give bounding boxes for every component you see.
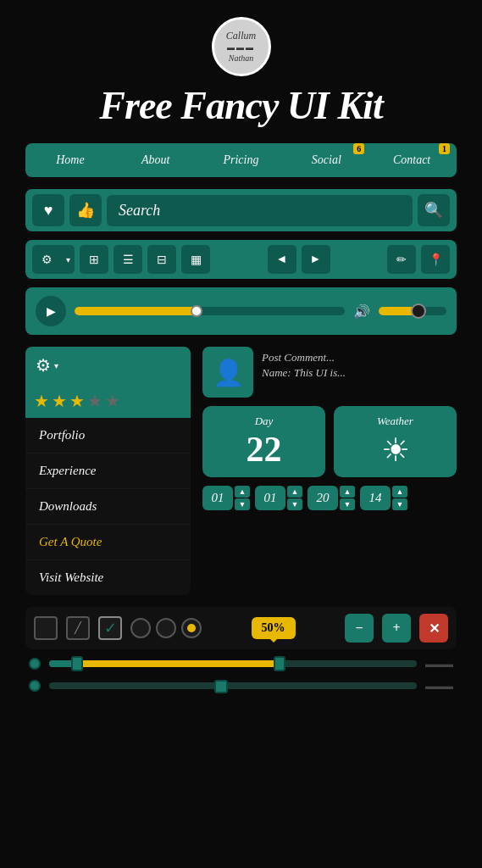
weather-label: Weather [377,415,413,428]
page-title: Free Fancy UI Kit [99,83,382,128]
play-button[interactable]: ▶ [36,296,66,326]
avatar: 👤 [202,347,253,398]
slider-1-thumb-right[interactable] [274,656,285,671]
grid-button[interactable]: ⊞ [80,245,108,274]
prev-button[interactable]: ◄ [268,245,296,274]
left-panel: ⚙ ▾ ★ ★ ★ ★ ★ Portfolio Experience Downl… [25,347,191,595]
slider-row-1: ▬▬▬ [29,658,453,670]
nav-item-pricing[interactable]: Pricing [200,147,283,174]
list-button[interactable]: ☰ [114,245,142,274]
right-panel: 👤 Post Comment... Name: This UI is... Da… [202,347,457,595]
logo-text: Callum ▬▬▬ Nathan [226,30,256,64]
checkbox-unchecked[interactable] [34,616,58,640]
thumbsup-button[interactable]: 👍 [69,194,102,226]
radio-empty-1[interactable] [130,618,151,638]
volume-icon[interactable]: 🔊 [353,303,370,320]
hour-arrows: ▲ ▼ [235,486,250,510]
star-5[interactable]: ★ [105,391,120,411]
star-3[interactable]: ★ [69,391,85,411]
social-badge: 6 [353,143,364,154]
minus-button[interactable]: − [345,614,374,643]
volume-fill [379,307,416,315]
radio-empty-2[interactable] [156,618,176,638]
slider-1-track[interactable] [49,660,417,667]
hour-display: 01 [202,486,233,510]
sun-icon: ☀ [381,431,410,469]
slider-2-end-label: ▬▬▬ [425,681,453,691]
minute-up[interactable]: ▲ [287,486,302,498]
gear-button[interactable]: ⚙ [32,245,61,274]
slider-2-dot [29,680,41,692]
day-card: Day 22 [202,406,325,477]
edit-button[interactable]: ✏ [387,245,416,274]
plus-button[interactable]: + [382,614,411,643]
location-button[interactable]: 📍 [421,245,450,274]
time-day: 14 ▲ ▼ [360,486,407,510]
search-icon-button[interactable]: 🔍 [418,194,450,226]
menu-item-visit[interactable]: Visit Website [25,560,191,595]
checkbox-checked[interactable]: ✓ [98,616,122,640]
columns-button[interactable]: ⊟ [147,245,176,274]
slider-1-thumb-left[interactable] [71,656,83,671]
slider-2-track[interactable] [49,682,417,689]
media-player: ▶ 🔊 [25,287,457,335]
menu-item-downloads[interactable]: Downloads [25,489,191,525]
year-arrows: ▲ ▼ [340,486,355,510]
time-year: 20 ▲ ▼ [307,486,355,510]
day-up[interactable]: ▲ [392,486,407,498]
star-4[interactable]: ★ [87,391,102,411]
minute-down[interactable]: ▼ [287,498,302,510]
menu-header: ⚙ ▾ [25,347,191,384]
day-display: 14 [360,486,391,510]
contact-badge: 1 [439,143,450,154]
hour-up[interactable]: ▲ [235,486,250,498]
user-icon: 👤 [213,358,244,387]
toolbar: ⚙ ▾ ⊞ ☰ ⊟ ▦ ◄ ► ✏ 📍 [25,240,457,279]
slider-2-thumb[interactable] [214,680,228,693]
comment-row: 👤 Post Comment... Name: This UI is... [202,347,457,398]
menu-item-quote[interactable]: Get A Quote [25,525,191,560]
menu-item-experience[interactable]: Experience [25,453,191,489]
next-button[interactable]: ► [302,245,330,274]
year-down[interactable]: ▼ [340,498,355,510]
slider-1-dot [29,658,41,670]
cards-row: Day 22 Weather ☀ [202,406,457,477]
nav-item-social[interactable]: Social 6 [285,147,368,174]
search-bar: ♥ 👍 🔍 [25,189,457,231]
menu-items: Portfolio Experience Downloads Get A Quo… [25,418,191,595]
time-minute: 01 ▲ ▼ [255,486,302,510]
checkbox-edit[interactable]: ╱ [66,616,90,640]
day-down[interactable]: ▼ [392,498,407,510]
checkmark-icon: ✓ [104,619,117,637]
menu-dropdown-arrow[interactable]: ▾ [54,361,58,370]
star-2[interactable]: ★ [52,391,67,411]
slider-1-fill-yellow [79,660,281,667]
year-up[interactable]: ▲ [340,486,355,498]
bottom-section: ⚙ ▾ ★ ★ ★ ★ ★ Portfolio Experience Downl… [25,347,457,595]
nav-item-contact[interactable]: Contact 1 [370,147,453,174]
menu-item-portfolio[interactable]: Portfolio [25,418,191,453]
volume-track[interactable] [379,307,446,315]
sliders-section: ▬▬▬ ▬▬▬ [25,658,457,692]
nav-item-about[interactable]: About [114,147,197,174]
radio-selected[interactable] [181,618,202,638]
volume-thumb[interactable] [411,303,426,319]
nav-item-home[interactable]: Home [29,147,112,174]
progress-fill [75,307,197,315]
radio-group [130,618,202,638]
close-button[interactable]: ✕ [419,614,448,643]
gear-dropdown-arrow[interactable]: ▾ [61,245,75,274]
radio-dot [187,624,196,632]
progress-thumb[interactable] [191,305,202,317]
search-input[interactable] [107,195,413,226]
day-label: Day [255,415,274,428]
time-row: 01 ▲ ▼ 01 ▲ ▼ 20 ▲ ▼ [202,486,457,510]
progress-track[interactable] [75,307,345,315]
film-button[interactable]: ▦ [181,245,210,274]
hour-down[interactable]: ▼ [235,498,250,510]
controls-row: ╱ ✓ 50% − + ✕ [25,607,457,649]
minute-arrows: ▲ ▼ [287,486,302,510]
day-arrows: ▲ ▼ [392,486,407,510]
star-1[interactable]: ★ [34,391,49,411]
heart-button[interactable]: ♥ [32,194,64,226]
